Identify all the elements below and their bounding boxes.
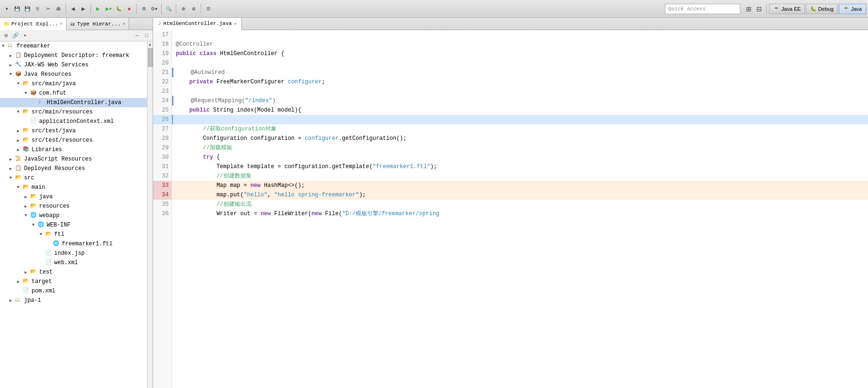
- link-editor-icon[interactable]: 🔗: [11, 32, 20, 40]
- editor-tab-close[interactable]: ✕: [234, 21, 237, 26]
- tree-arrow-str: ▶: [17, 138, 23, 143]
- toolbar-btn-stop[interactable]: ■: [124, 4, 134, 14]
- tree-label-main: main: [32, 184, 45, 191]
- maximize-icon[interactable]: □: [142, 32, 151, 40]
- tab-project-explorer-close[interactable]: ✕: [60, 21, 62, 26]
- tree-label-freemarker: freemarker: [16, 43, 50, 49]
- scroll-up[interactable]: ▲: [147, 41, 153, 47]
- tree-item-main[interactable]: ▼ 📂 main: [0, 183, 147, 192]
- line-32: 32: [153, 171, 172, 181]
- tree-item-deployment-descriptor[interactable]: ▶ 📋 Deployment Descriptor: freemark: [0, 51, 147, 60]
- line-27: 27: [153, 124, 172, 134]
- tree-item-index-jsp[interactable]: ▶ 📄 index.jsp: [0, 249, 147, 258]
- perspective-debug[interactable]: 🐛 Debug: [806, 4, 837, 14]
- quick-access-input[interactable]: Quick Access: [665, 4, 740, 14]
- tree-arrow-dr: ▶: [9, 166, 15, 171]
- line-20: 20: [153, 58, 172, 68]
- perspective-javaee[interactable]: ☕ Java EE: [769, 4, 805, 14]
- tree-item-webxml[interactable]: ▶ 📄 web.xml: [0, 258, 147, 267]
- line-19: 19: [153, 49, 172, 58]
- code-line-28: Configuration configuration = configurer…: [172, 134, 868, 143]
- collapse-all-icon[interactable]: ⊟: [2, 32, 10, 40]
- toolbar-btn-1[interactable]: ▾: [2, 4, 11, 14]
- tree-item-test[interactable]: ▶ 📂 test: [0, 267, 147, 277]
- sep-1: [66, 4, 66, 14]
- view-menu-icon[interactable]: ▾: [21, 32, 29, 40]
- tree-icon-test: 📂: [30, 268, 38, 276]
- toolbar-btn-3[interactable]: 💾: [23, 4, 32, 14]
- toolbar-btn-ext[interactable]: ⚙: [139, 4, 148, 14]
- tree-item-java-resources[interactable]: ▼ 📦 Java Resources: [0, 70, 147, 79]
- code-editor[interactable]: 17 18 19 20 21 22 23 24 25 26 27 28 29 3…: [153, 30, 868, 388]
- perspective-toggle[interactable]: ⊞: [744, 4, 753, 14]
- tree-item-java[interactable]: ▶ 📂 java: [0, 192, 147, 202]
- toolbar-btn-misc2[interactable]: ⊗: [189, 4, 198, 14]
- tree-item-target[interactable]: ▶ 📂 target: [0, 277, 147, 286]
- tree-scrollbar[interactable]: ▲: [147, 41, 153, 388]
- toolbar-btn-search[interactable]: 🔍: [164, 4, 173, 14]
- toolbar-btn-ext2[interactable]: ⚙▾: [149, 4, 159, 14]
- tree-arrow-jpa1: ▶: [9, 298, 15, 303]
- tree-label-hgc: HtmlGenController.java: [47, 99, 121, 106]
- code-line-31: Template template = configuration.getTem…: [172, 162, 868, 171]
- tree-area[interactable]: ▼ 🗂 freemarker ▶ 📋 Deployment Descriptor…: [0, 41, 147, 388]
- toolbar-btn-debug[interactable]: 🐛: [114, 4, 123, 14]
- code-line-20: [172, 58, 868, 68]
- tree-arrow-jr: ▼: [9, 72, 15, 77]
- tree-item-src[interactable]: ▼ 📂 src: [0, 173, 147, 183]
- perspective-java-icon: ☕: [843, 6, 850, 12]
- tree-arrow-test: ▶: [25, 270, 30, 275]
- tree-item-jpa1[interactable]: ▶ 🗂 jpa-1: [0, 296, 147, 305]
- tree-arrow-java: ▶: [25, 194, 30, 200]
- editor-tab-htmlgencontroller[interactable]: J HtmlGenController.java ✕: [153, 18, 242, 30]
- tree-item-htmlgencontroller[interactable]: ▶ J HtmlGenController.java: [0, 98, 147, 107]
- sep-2: [90, 4, 91, 14]
- line-36: 36: [153, 209, 172, 218]
- tree-label-webinf: WEB-INF: [47, 222, 70, 228]
- perspective-open[interactable]: ⊟: [754, 4, 764, 14]
- tree-item-appcontext[interactable]: ▶ 📄 applicationContext.xml: [0, 117, 147, 126]
- tree-item-jaxws[interactable]: ▶ 🔧 JAX-WS Web Services: [0, 60, 147, 70]
- toolbar-btn-2[interactable]: 💾: [12, 4, 22, 14]
- tree-item-js-resources[interactable]: ▶ 📜 JavaScript Resources: [0, 154, 147, 164]
- tree-label-jaxws: JAX-WS Web Services: [24, 62, 89, 68]
- toolbar-btn-misc1[interactable]: ⊕: [179, 4, 188, 14]
- scroll-thumb[interactable]: [148, 48, 153, 67]
- perspective-java[interactable]: ☕ Java: [839, 4, 866, 14]
- tree-item-webinf[interactable]: ▼ 🌐 WEB-INF: [0, 220, 147, 230]
- toolbar-btn-run2[interactable]: ▶▾: [104, 4, 113, 14]
- tree-label-target: target: [32, 278, 52, 285]
- tree-item-src-test-resources[interactable]: ▶ 📂 src/test/resources: [0, 136, 147, 145]
- perspective-debug-label: Debug: [818, 6, 833, 12]
- toolbar-btn-layout[interactable]: ☰: [204, 4, 213, 14]
- tree-item-src-main-java[interactable]: ▼ 📂 src/main/java: [0, 79, 147, 89]
- tab-type-hierarchy-close[interactable]: ✕: [123, 21, 125, 26]
- tree-item-freemarker[interactable]: ▼ 🗂 freemarker: [0, 41, 147, 51]
- tree-item-libraries[interactable]: ▶ 📚 Libraries: [0, 145, 147, 154]
- code-content[interactable]: @Controller public class HtmlGenControll…: [172, 30, 868, 388]
- tree-item-src-main-resources[interactable]: ▼ 📂 src/main/resources: [0, 107, 147, 117]
- toolbar-btn-5[interactable]: ✂: [43, 4, 53, 14]
- sep-6: [201, 4, 201, 14]
- line-34: 34: [153, 190, 172, 200]
- tab-type-hierarchy-label: Type Hierar...: [77, 21, 120, 27]
- tree-item-resources[interactable]: ▶ 📂 resources: [0, 202, 147, 211]
- toolbar-btn-run[interactable]: ▶: [93, 4, 103, 14]
- tree-item-com-hfut[interactable]: ▼ 📦 com.hfut: [0, 89, 147, 98]
- tree-item-ftl[interactable]: ▼ 📂 ftl: [0, 230, 147, 239]
- tab-type-hierarchy[interactable]: 🗂 Type Hierar... ✕: [66, 18, 129, 30]
- tree-item-src-test-java[interactable]: ▶ 📂 src/test/java: [0, 126, 147, 136]
- line-33: 33: [153, 181, 172, 190]
- tab-project-explorer[interactable]: 📁 Project Expl... ✕: [0, 18, 66, 30]
- toolbar-btn-print[interactable]: 🖶: [54, 4, 63, 14]
- tree-icon-smr: 📂: [23, 108, 30, 116]
- tree-item-pom[interactable]: ▶ 📄 pom.xml: [0, 286, 147, 296]
- toolbar-btn-fwd[interactable]: ▶: [79, 4, 88, 14]
- toolbar-btn-back[interactable]: ◀: [68, 4, 78, 14]
- tree-item-ftl-file[interactable]: ▶ 🌐 freemarker1.ftl: [0, 239, 147, 249]
- minimize-icon[interactable]: ─: [133, 32, 141, 40]
- tree-item-deployed-resources[interactable]: ▶ 📋 Deployed Resources: [0, 164, 147, 173]
- tree-item-webapp[interactable]: ▼ 🌐 webapp: [0, 211, 147, 220]
- toolbar-btn-4[interactable]: ⎘: [33, 4, 42, 14]
- tree-icon-hgc: J: [38, 99, 45, 106]
